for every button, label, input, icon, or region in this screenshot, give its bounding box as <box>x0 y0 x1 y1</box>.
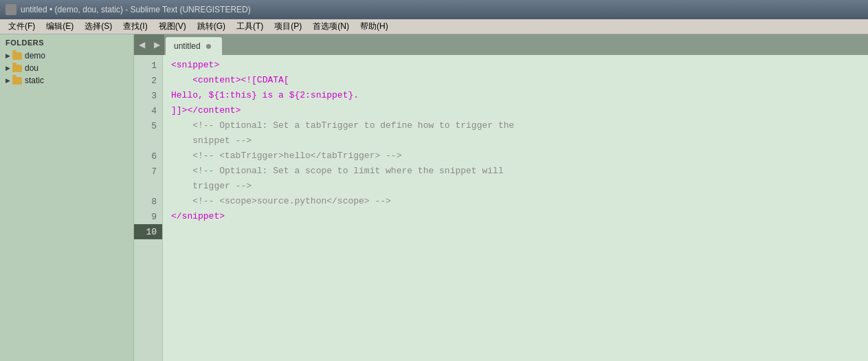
code-line-6: <!-- <tabTrigger>hello</tabTrigger> --> <box>171 149 868 164</box>
code-token: <![CDATA[ <box>241 73 289 88</box>
code-line-10 <box>171 224 868 239</box>
code-token: <!-- <scope>source.python</scope> --> <box>171 194 391 209</box>
main-layout: FOLDERS ▶ demo ▶ dou ▶ static ◀ ▶ untitl… <box>0 34 868 361</box>
tab-nav-left[interactable]: ◀ <box>134 34 149 55</box>
menu-select[interactable]: 选择(S) <box>79 19 118 34</box>
folder-icon-static <box>12 77 22 85</box>
sidebar-item-static[interactable]: ▶ static <box>0 74 133 87</box>
code-token: <snippet> <box>171 58 219 73</box>
folder-arrow-dou: ▶ <box>5 65 10 72</box>
folder-name-demo: demo <box>25 51 45 61</box>
line-num-7: 7 <box>134 164 162 179</box>
code-line-3: Hello, ${1:this} is a ${2:snippet}. <box>171 88 868 103</box>
code-token <box>171 224 177 239</box>
line-num-1: 1 <box>134 58 162 73</box>
code-token <box>171 73 192 88</box>
code-token: ]]></content> <box>171 103 241 118</box>
sidebar-item-demo[interactable]: ▶ demo <box>0 50 133 62</box>
menu-help[interactable]: 帮助(H) <box>355 19 394 34</box>
code-token: <!-- <tabTrigger>hello</tabTrigger> --> <box>171 149 401 164</box>
code-line-5b: snippet --> <box>171 133 868 149</box>
code-line-8: <!-- <scope>source.python</scope> --> <box>171 194 868 209</box>
code-content[interactable]: <snippet> <content><![CDATA[ Hello, ${1:… <box>163 55 868 361</box>
menu-preferences[interactable]: 首选项(N) <box>307 19 355 34</box>
code-token: snippet --> <box>171 133 252 149</box>
code-line-1: <snippet> <box>171 58 868 73</box>
code-token: trigger --> <box>171 179 252 194</box>
line-num-3: 3 <box>134 88 162 103</box>
folder-icon-demo <box>12 52 22 60</box>
folder-arrow-demo: ▶ <box>5 52 10 59</box>
tab-nav-right[interactable]: ▶ <box>149 34 164 55</box>
code-token: <!-- Optional: Set a tabTrigger to defin… <box>171 118 514 133</box>
tab-bar: ◀ ▶ untitled <box>134 34 868 55</box>
menu-find[interactable]: 查找(I) <box>118 19 153 34</box>
line-num-8: 8 <box>134 194 162 209</box>
code-area: 1 2 3 4 5 6 7 8 9 10 <snippet> <box>134 55 868 361</box>
folder-arrow-static: ▶ <box>5 77 10 84</box>
line-num-9: 9 <box>134 209 162 224</box>
menu-bar: 文件(F) 编辑(E) 选择(S) 查找(I) 视图(V) 跳转(G) 工具(T… <box>0 19 868 34</box>
title-bar: untitled • (demo, dou, static) - Sublime… <box>0 0 868 19</box>
line-num-5: 5 <box>134 118 162 133</box>
folder-icon-dou <box>12 65 22 72</box>
tab-modified-dot <box>206 44 211 49</box>
sidebar-item-dou[interactable]: ▶ dou <box>0 62 133 74</box>
line-num-10: 10 <box>134 224 162 239</box>
folder-name-static: static <box>25 76 44 85</box>
code-line-7b: trigger --> <box>171 179 868 194</box>
code-token: </snippet> <box>171 209 225 224</box>
menu-project[interactable]: 项目(P) <box>269 19 307 34</box>
menu-file[interactable]: 文件(F) <box>3 19 41 34</box>
line-num-7b <box>134 179 162 194</box>
code-token: Hello, ${1:this} is a ${2:snippet}. <box>171 88 359 103</box>
code-line-9: </snippet> <box>171 209 868 224</box>
menu-goto[interactable]: 跳转(G) <box>192 19 231 34</box>
code-line-4: ]]></content> <box>171 103 868 118</box>
tab-label: untitled <box>174 41 201 51</box>
line-num-4: 4 <box>134 103 162 118</box>
code-token: <!-- Optional: Set a scope to limit wher… <box>171 164 504 179</box>
window-title: untitled • (demo, dou, static) - Sublime… <box>21 5 251 14</box>
editor-area: ◀ ▶ untitled 1 2 3 4 5 6 7 8 9 10 <box>134 34 868 361</box>
app-icon <box>5 4 16 15</box>
code-line-7a: <!-- Optional: Set a scope to limit wher… <box>171 164 868 179</box>
line-numbers: 1 2 3 4 5 6 7 8 9 10 <box>134 55 163 361</box>
menu-edit[interactable]: 编辑(E) <box>41 19 79 34</box>
line-num-2: 2 <box>134 73 162 88</box>
menu-tools[interactable]: 工具(T) <box>231 19 269 34</box>
tab-untitled[interactable]: untitled <box>166 37 222 55</box>
folders-header: FOLDERS <box>0 34 133 50</box>
code-line-2: <content><![CDATA[ <box>171 73 868 88</box>
code-line-5a: <!-- Optional: Set a tabTrigger to defin… <box>171 118 868 133</box>
menu-view[interactable]: 视图(V) <box>153 19 192 34</box>
line-num-6b: 6 <box>134 149 162 164</box>
line-num-6 <box>134 133 162 149</box>
code-token: <content> <box>192 73 241 88</box>
folder-name-dou: dou <box>25 63 38 73</box>
sidebar: FOLDERS ▶ demo ▶ dou ▶ static <box>0 34 134 361</box>
